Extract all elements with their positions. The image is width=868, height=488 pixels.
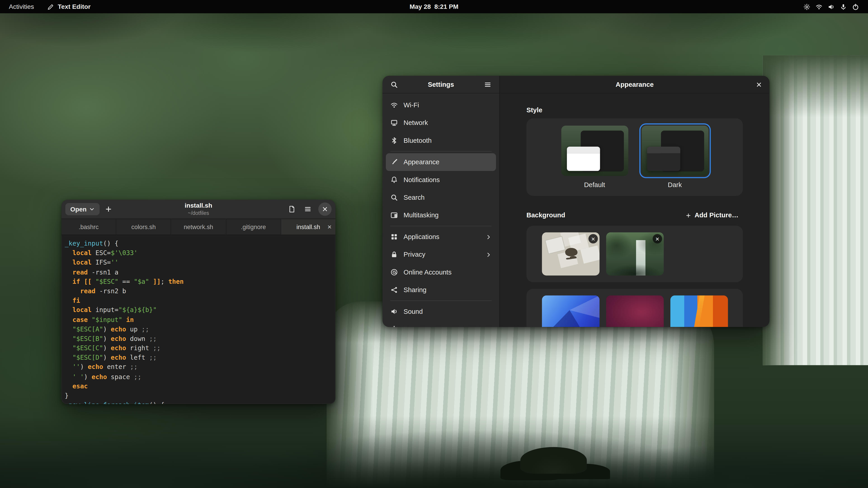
background-section-label: Background [526,212,565,219]
power-icon [391,325,398,327]
sidebar-item-online-accounts[interactable]: Online Accounts [386,263,496,281]
sidebar-item-privacy[interactable]: Privacy [386,246,496,263]
code-line: } [65,391,331,400]
tab-label: install.sh [296,223,320,230]
style-option-dark[interactable]: Dark [641,126,708,189]
network-icon [391,119,398,127]
editor-tab-install-sh[interactable]: install.sh× [281,219,336,235]
appearance-panel-title: Appearance [616,80,654,88]
close-icon [756,81,762,88]
style-thumb-dark[interactable] [641,126,708,176]
sidebar-item-label: Applications [403,233,480,240]
background-thumb-maroon-gradient[interactable] [606,295,664,327]
background-thumb-blue-facets[interactable] [542,295,600,327]
style-thumb-default[interactable] [561,126,628,176]
add-picture-button[interactable]: Add Picture… [681,209,743,221]
text-editor-window: Open install.sh ~/dotfiles [61,200,336,404]
close-icon [756,81,762,88]
sidebar-item-appearance[interactable]: Appearance [386,153,496,171]
background-thumb-sketch-horse[interactable]: × [542,232,600,275]
settings-menu-button[interactable] [481,78,494,91]
settings-sidebar-title: Settings [428,80,454,88]
side-panel-button[interactable] [285,202,299,217]
sidebar-item-power[interactable]: Power [386,320,496,327]
sidebar-item-multitasking[interactable]: Multitasking [386,206,496,224]
search-icon [391,80,398,88]
code-line: _new_line_foreach_item() { [65,401,331,404]
style-preview-window [647,147,680,171]
plus-icon [105,205,113,213]
sidebar-item-label: Network [403,119,491,127]
notifications-icon [391,176,398,184]
sidebar-item-notifications[interactable]: Notifications [386,171,496,189]
system-tray[interactable] [799,2,864,11]
wallpaper-waterfall-right [763,55,868,365]
code-line: local input="${a}${b}" [65,306,331,315]
editor-tab-network-sh[interactable]: network.sh [171,219,226,235]
tab-label: network.sh [184,223,213,230]
editor-close-button[interactable] [318,202,332,216]
style-section-label: Style [526,106,743,114]
add-picture-label: Add Picture… [694,212,739,219]
sidebar-item-label: Notifications [403,176,491,184]
sound-icon [828,3,835,10]
editor-tab--bashrc[interactable]: .bashrc [61,219,116,235]
code-line: read -rsn2 b [65,287,331,296]
appearance-icon [391,158,398,166]
tab-label: .gitignore [241,223,266,230]
sidebar-item-label: Appearance [403,158,491,166]
document-icon [288,205,296,213]
sidebar-item-search[interactable]: Search [386,189,496,206]
code-line: _key_input() { [65,239,331,249]
chevron-right-icon [486,234,492,240]
code-line: '') echo enter ;; [65,363,331,372]
activities-button[interactable]: Activities [4,2,38,11]
background-thumb-cyan-orange-split[interactable] [671,295,728,327]
tab-label: .bashrc [79,223,98,230]
plus-icon [685,212,691,218]
settings-search-button[interactable] [388,78,401,91]
tab-label: colors.sh [131,223,156,230]
editor-tab-colors-sh[interactable]: colors.sh [116,219,171,235]
remove-background-button[interactable]: × [588,234,598,243]
sidebar-separator [391,226,492,226]
background-section-header: Background Add Picture… [526,209,743,221]
sidebar-item-applications[interactable]: Applications [386,228,496,246]
chevron-right-icon [486,252,492,258]
editor-title: install.sh [185,202,212,210]
code-line: ' ') echo space ;; [65,372,331,382]
code-editor-area[interactable]: _key_input() { local ESC=$'\033' local I… [61,235,336,404]
appearance-panel: Appearance Style DefaultDark Background … [500,76,770,327]
settings-window: Settings Wi-FiNetworkBluetoothAppearance… [382,76,770,327]
background-thumb-forest-waterfall[interactable]: × [606,232,664,275]
code-line: "$ESC[B") echo down ;; [65,334,331,344]
clock-button[interactable]: May 28 8:21 PM [404,2,464,11]
code-line: local ESC=$'\033' [65,249,331,258]
code-line: case "$input" in [65,315,331,325]
sidebar-item-label: Wi-Fi [403,101,491,109]
focused-app-indicator[interactable]: Text Editor [47,3,91,10]
sidebar-item-wi-fi[interactable]: Wi-Fi [386,96,496,114]
editor-tab--gitignore[interactable]: .gitignore [226,219,281,235]
code-line: "$ESC[D") echo left ;; [65,353,331,363]
menu-icon [304,205,311,213]
editor-header-actions [283,202,332,217]
remove-background-button[interactable]: × [653,234,662,243]
sidebar-item-sound[interactable]: Sound [386,303,496,320]
document-icon [288,205,296,213]
style-option-default[interactable]: Default [561,126,628,189]
text-editor-app-icon [47,3,55,10]
sidebar-item-label: Power [403,325,491,327]
code-line: if [[ "$ESC" == "$a" ]]; then [65,277,331,287]
privacy-icon [391,251,398,258]
open-button[interactable]: Open [65,203,100,215]
editor-menu-button[interactable] [301,202,315,217]
style-preview-window [567,147,600,171]
tab-close-button[interactable]: × [327,223,332,230]
sidebar-item-sharing[interactable]: Sharing [386,281,496,299]
sidebar-item-network[interactable]: Network [386,114,496,131]
sidebar-item-bluetooth[interactable]: Bluetooth [386,132,496,149]
settings-close-button[interactable] [753,78,765,91]
code-line: esac [65,382,331,391]
new-tab-button[interactable] [101,202,116,217]
